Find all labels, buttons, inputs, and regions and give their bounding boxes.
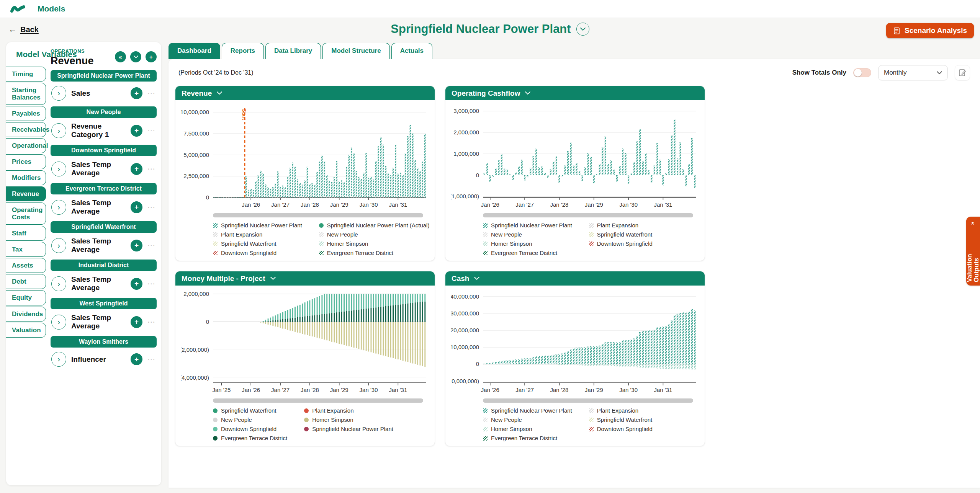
legend-label: Evergreen Terrace District	[221, 435, 287, 441]
more-options-icon[interactable]: ⋯	[147, 355, 156, 364]
variable-row: ›Influencer+⋯	[51, 349, 157, 369]
expand-item-button[interactable]: ›	[51, 123, 66, 138]
legend-label: Springfield Nuclear Power Plant	[491, 407, 572, 414]
expand-item-button[interactable]: ›	[51, 238, 66, 253]
add-item-button[interactable]: +	[131, 163, 142, 175]
svg-text:Jan '31: Jan '31	[654, 201, 672, 208]
group-header: Springfield Waterfront	[51, 221, 157, 233]
back-link[interactable]: ← Back	[8, 24, 39, 34]
show-totals-toggle[interactable]	[853, 68, 871, 77]
sidebar-item-equity[interactable]: Equity	[6, 290, 46, 305]
chart-plot: (4,000,000)(2,000,000)02,000,000Jan '25J…	[181, 288, 429, 397]
add-item-button[interactable]: +	[131, 87, 142, 99]
sidebar-item-valuation[interactable]: Valuation	[6, 323, 46, 338]
chart-body: (10,000,000)010,000,00020,000,00030,000,…	[445, 286, 705, 446]
legend-dot-swatch	[319, 223, 324, 228]
variable-label: Influencer	[71, 355, 126, 364]
svg-text:2,000,000: 2,000,000	[183, 291, 209, 297]
svg-text:2,500,000: 2,500,000	[183, 173, 209, 179]
more-options-icon[interactable]: ⋯	[147, 241, 156, 250]
chart-body: (4,000,000)(2,000,000)02,000,000Jan '25J…	[175, 286, 435, 446]
legend-label: Springfield Nuclear Power Plant (Actual)	[327, 222, 430, 229]
more-options-icon[interactable]: ⋯	[147, 202, 156, 212]
legend-hatch-swatch	[483, 418, 488, 422]
more-options-icon[interactable]: ⋯	[147, 126, 156, 135]
legend-hatch-swatch	[319, 251, 324, 255]
chart-title-bar[interactable]: Money Multiple - Project	[175, 271, 435, 286]
legend-hatch-swatch	[483, 223, 488, 228]
sidebar-item-tax[interactable]: Tax	[6, 242, 46, 257]
expand-item-button[interactable]: ›	[51, 200, 66, 215]
valuation-outputs-tab[interactable]: « Valuation Outputs	[966, 217, 980, 286]
expand-item-button[interactable]: ›	[51, 315, 66, 330]
expand-item-button[interactable]: ›	[51, 162, 66, 176]
frequency-select[interactable]: Monthly	[878, 65, 948, 80]
expand-item-button[interactable]: ›	[51, 276, 66, 291]
sidebar-item-starting-balances[interactable]: Starting Balances	[6, 83, 46, 105]
more-options-icon[interactable]: ⋯	[147, 317, 156, 326]
chevron-down-icon	[580, 28, 586, 31]
more-options-icon[interactable]: ⋯	[147, 164, 156, 173]
add-item-button[interactable]: +	[131, 201, 142, 213]
sidebar-item-debt[interactable]: Debt	[6, 274, 46, 289]
sidebar-item-timing[interactable]: Timing	[6, 67, 46, 82]
svg-text:10,000,000: 10,000,000	[181, 109, 209, 115]
legend-label: New People	[491, 416, 522, 423]
collapse-left-icon: «	[970, 222, 977, 225]
sidebar-item-modifiers[interactable]: Modifiers	[6, 170, 46, 185]
svg-text:Jan '26: Jan '26	[481, 387, 499, 393]
chart-scrollbar[interactable]	[213, 213, 423, 217]
add-item-button[interactable]: +	[131, 316, 142, 328]
legend-item: Homer Simpson	[304, 416, 393, 423]
more-options-icon[interactable]: ⋯	[147, 279, 156, 288]
tab-dashboard[interactable]: Dashboard	[169, 43, 220, 59]
sidebar-item-assets[interactable]: Assets	[6, 258, 46, 273]
legend-item: Springfield Nuclear Power Plant	[483, 222, 572, 229]
sidebar-item-payables[interactable]: Payables	[6, 106, 46, 121]
expand-item-button[interactable]: ›	[51, 86, 66, 101]
svg-text:10,000,000: 10,000,000	[451, 344, 479, 350]
tab-actuals[interactable]: Actuals	[391, 43, 432, 59]
legend-label: Plant Expansion	[312, 407, 353, 414]
add-item-button[interactable]: +	[131, 278, 142, 290]
sidebar-item-operating-costs[interactable]: Operating Costs	[6, 202, 46, 225]
legend-label: Homer Simpson	[491, 240, 532, 247]
sidebar-item-operational[interactable]: Operational	[6, 138, 46, 153]
sidebar-item-receivables[interactable]: Receivables	[6, 122, 46, 137]
legend-label: Downtown Springfield	[597, 240, 653, 247]
collapse-all-button[interactable]: «	[115, 51, 126, 62]
variable-row: ›Sales Temp Average+⋯	[51, 273, 157, 295]
legend-hatch-swatch	[213, 232, 218, 237]
edit-notes-button[interactable]	[955, 65, 970, 80]
tab-model-structure[interactable]: Model Structure	[322, 43, 389, 59]
add-item-button[interactable]: +	[131, 125, 142, 137]
add-variable-button[interactable]: +	[146, 51, 157, 62]
dashboard-controls: (Periods Oct '24 to Dec '31) Show Totals…	[178, 65, 970, 80]
more-options-icon[interactable]: ⋯	[147, 89, 156, 98]
expand-item-button[interactable]: ›	[51, 352, 66, 367]
sidebar-item-staff[interactable]: Staff	[6, 226, 46, 241]
chart-title-bar[interactable]: Revenue	[175, 86, 435, 100]
sidebar-item-dividends[interactable]: Dividends	[6, 307, 46, 322]
legend-item: Downtown Springfield	[589, 426, 653, 432]
tab-reports[interactable]: Reports	[222, 43, 264, 59]
chart-scrollbar[interactable]	[213, 398, 423, 403]
legend-item: Springfield Waterfront	[589, 416, 653, 423]
sidebar-item-revenue[interactable]: Revenue	[6, 186, 46, 201]
sidebar-item-prices[interactable]: Prices	[6, 154, 46, 169]
cash-chart-panel: Cash(10,000,000)010,000,00020,000,00030,…	[445, 271, 705, 446]
variable-row: ›Sales+⋯	[51, 83, 157, 103]
add-item-button[interactable]: +	[131, 353, 142, 365]
scenario-analysis-button[interactable]: Scenario Analysis	[886, 23, 974, 38]
add-item-button[interactable]: +	[131, 240, 142, 251]
chart-scrollbar[interactable]	[483, 213, 693, 217]
legend-item: Evergreen Terrace District	[213, 435, 287, 441]
chart-title-bar[interactable]: Cash	[445, 271, 705, 286]
tab-data-library[interactable]: Data Library	[265, 43, 321, 59]
title-dropdown-button[interactable]	[576, 23, 589, 36]
expand-button[interactable]	[130, 51, 141, 62]
chart-scrollbar[interactable]	[483, 398, 693, 403]
chart-plot: (1,000,000)01,000,0002,000,0003,000,000J…	[451, 103, 699, 212]
svg-text:(10,000,000): (10,000,000)	[451, 378, 479, 384]
chart-title-bar[interactable]: Operating Cashflow	[445, 86, 705, 100]
